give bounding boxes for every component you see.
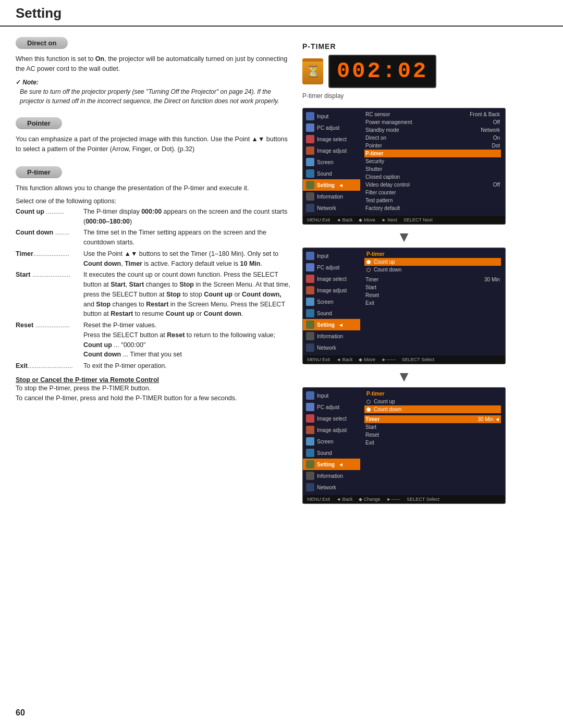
- menu3-left: Input PC adjust Image select Image adjus…: [303, 388, 360, 495]
- menu2-screen[interactable]: Screen: [303, 296, 360, 307]
- network-icon: [306, 204, 314, 212]
- def-count-down: Count down ........ The time set in the …: [16, 228, 292, 248]
- menu1-information[interactable]: Information: [303, 191, 360, 202]
- menu3-count-down[interactable]: Count down: [364, 405, 501, 413]
- menu1-setting[interactable]: Setting ◄: [303, 179, 360, 191]
- ptimer-display-title: P-TIMER: [302, 42, 521, 51]
- menu2-input[interactable]: Input: [303, 250, 360, 262]
- menu2-exit-row: Exit: [364, 299, 501, 307]
- menu2-setting[interactable]: Setting ◄: [303, 319, 360, 330]
- menu3-bottom-bar: MENU Exit ◄ Back ◆ Change ►------ SELECT…: [303, 495, 505, 503]
- menu1-network[interactable]: Network: [303, 202, 360, 214]
- menu3-input[interactable]: Input: [303, 390, 360, 401]
- ptimer-number: 002:02: [328, 55, 436, 88]
- menu2-network[interactable]: Network: [303, 342, 360, 353]
- menu3-pcadjust[interactable]: PC adjust: [303, 401, 360, 413]
- info-icon-2: [306, 332, 314, 340]
- menu3-exit-row: Exit: [364, 439, 501, 447]
- ptimer-hourglass-icon: [302, 58, 323, 84]
- imgsel-icon-3: [306, 414, 314, 423]
- pc-icon-3: [306, 403, 314, 411]
- menu3-timer-row: Timer 30 Min ◄: [364, 415, 501, 423]
- setting-icon-3: [306, 460, 314, 468]
- def-timer: Timer.................... Use the Point …: [16, 249, 292, 269]
- menu3-imageselect[interactable]: Image select: [303, 413, 360, 424]
- ptimer-label: P-timer: [16, 166, 62, 178]
- menu1-row-ptimer: P-timer: [364, 150, 501, 157]
- menu1-right: RC sensorFront & Back Power managementOf…: [360, 108, 505, 216]
- menu2-information[interactable]: Information: [303, 330, 360, 342]
- direct-on-section: Direct on When this function is set to O…: [16, 37, 292, 106]
- pointer-body: You can emphasize a part of the projecte…: [16, 134, 292, 155]
- menu2-right: P-timer Count up Count down Timer30 Min: [360, 248, 505, 355]
- pc-icon-2: [306, 263, 314, 272]
- menu2-left: Input PC adjust Image select Image adjus…: [303, 248, 360, 355]
- note-text: Be sure to turn off the projector proper…: [16, 87, 292, 106]
- pointer-label: Pointer: [16, 117, 62, 129]
- menu1-screen[interactable]: Screen: [303, 156, 360, 168]
- menu2-sound[interactable]: Sound: [303, 307, 360, 319]
- menu1-pcadjust[interactable]: PC adjust: [303, 122, 360, 133]
- definition-list: Select one of the following options: Cou…: [16, 198, 292, 371]
- menu3-network[interactable]: Network: [303, 482, 360, 493]
- menu-screenshot-2: Input PC adjust Image select Image adjus…: [302, 248, 506, 364]
- ptimer-display-section: P-TIMER 002:02 P-timer display: [302, 42, 521, 100]
- menu1-row-directon: Direct onOn: [364, 134, 501, 142]
- sound-icon-3: [306, 449, 314, 457]
- input-icon-3: [306, 391, 314, 400]
- menu3-sub-title: P-timer: [364, 390, 501, 398]
- direct-on-note: Note: Be sure to turn off the projector …: [16, 79, 292, 106]
- menu3-sound[interactable]: Sound: [303, 447, 360, 459]
- menu1-row-rcsensor: RC sensorFront & Back: [364, 110, 501, 118]
- menu1-bottom-bar: MENU Exit ◄ Back ◆ Move ► Next SELECT Ne…: [303, 216, 505, 224]
- menu1-imageadjust[interactable]: Image adjust: [303, 145, 360, 156]
- menu1-row-security: Security: [364, 157, 501, 165]
- menu2-imageselect[interactable]: Image select: [303, 273, 360, 285]
- menu3-start-row: Start: [364, 423, 501, 431]
- stop-text: To stop the P-timer, press the P-TIMER b…: [16, 384, 292, 393]
- menu-screenshot-3: Input PC adjust Image select Image adjus…: [302, 387, 506, 504]
- menu1-row-powermgmt: Power managementOff: [364, 118, 501, 126]
- menu1-sound[interactable]: Sound: [303, 168, 360, 179]
- screen-icon-2: [306, 298, 314, 306]
- imgsel-icon-2: [306, 275, 314, 283]
- stop-cancel-title: Stop or Cancel the P-timer via Remote Co…: [16, 376, 292, 384]
- menu2-count-down[interactable]: Count down: [364, 266, 501, 274]
- arrow-down-1: ▼: [302, 229, 506, 245]
- menu1-row-pointer: PointerDot: [364, 142, 501, 150]
- menu1-row-closedcaption: Closed caption: [364, 173, 501, 181]
- menu1-input[interactable]: Input: [303, 110, 360, 122]
- imgadj-icon: [306, 146, 314, 155]
- menu1-row-testpattern: Test pattern: [364, 196, 501, 204]
- menu2-imageadjust[interactable]: Image adjust: [303, 285, 360, 296]
- screen-icon: [306, 158, 314, 166]
- menu2-start-row: Start: [364, 283, 501, 291]
- pointer-section: Pointer You can emphasize a part of the …: [16, 117, 292, 155]
- menu1-imageselect[interactable]: Image select: [303, 133, 360, 145]
- menu2-pcadjust[interactable]: PC adjust: [303, 262, 360, 273]
- def-intro: Select one of the following options:: [16, 198, 292, 205]
- note-title: Note:: [16, 79, 292, 86]
- setting-icon: [306, 181, 314, 189]
- menu3-setting[interactable]: Setting ◄: [303, 459, 360, 470]
- menu2-count-up[interactable]: Count up: [364, 258, 501, 266]
- page-title: Setting: [16, 5, 547, 21]
- pc-icon: [306, 124, 314, 132]
- menu3-screen[interactable]: Screen: [303, 436, 360, 447]
- direct-on-label: Direct on: [16, 37, 68, 49]
- menu3-count-up[interactable]: Count up: [364, 398, 501, 405]
- ptimer-caption: P-timer display: [302, 92, 521, 100]
- input-icon: [306, 112, 314, 120]
- def-exit: Exit......................... To exit th…: [16, 361, 292, 371]
- left-column: Direct on When this function is set to O…: [16, 37, 292, 508]
- page-header: Setting: [0, 0, 563, 27]
- menu1-row-factorydefault: Factory default: [364, 204, 501, 212]
- menu3-imageadjust[interactable]: Image adjust: [303, 424, 360, 436]
- menu3-information[interactable]: Information: [303, 470, 360, 482]
- setting-icon-2: [306, 320, 314, 329]
- menu1-left: Input PC adjust Image select Image: [303, 108, 360, 216]
- arrow-down-2: ▼: [302, 368, 506, 385]
- menu3-right: P-timer Count up Count down Timer 30 Min…: [360, 388, 505, 495]
- menu1-row-filtercounter: Filter counter: [364, 189, 501, 196]
- sound-icon-2: [306, 309, 314, 317]
